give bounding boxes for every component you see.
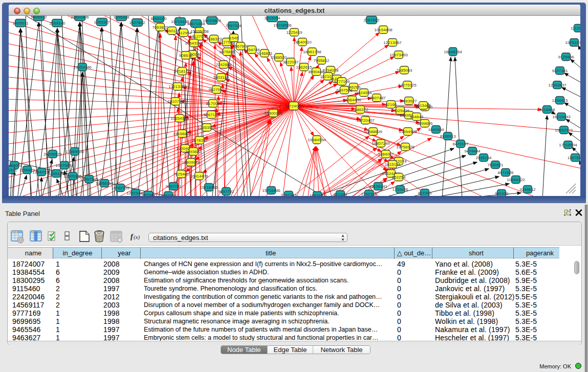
- svg-text:16782759: 16782759: [111, 186, 129, 190]
- svg-text:9384067: 9384067: [378, 152, 394, 157]
- svg-text:3578352: 3578352: [191, 138, 208, 143]
- svg-text:19958117: 19958117: [96, 181, 114, 186]
- svg-text:1588520: 1588520: [271, 55, 287, 60]
- svg-text:1112543: 1112543: [571, 26, 580, 31]
- svg-text:16961758: 16961758: [303, 50, 321, 54]
- svg-text:1640954: 1640954: [428, 127, 444, 132]
- svg-text:15136141: 15136141: [369, 184, 387, 189]
- svg-text:12093837: 12093837: [548, 83, 567, 87]
- svg-text:15751074: 15751074: [565, 40, 580, 45]
- svg-text:17359928: 17359928: [66, 149, 84, 154]
- svg-text:18724007: 18724007: [285, 104, 303, 108]
- svg-text:18127509: 18127509: [189, 34, 208, 39]
- svg-text:17018504: 17018504: [559, 143, 577, 147]
- svg-text:817006: 817006: [206, 101, 220, 106]
- svg-text:9146821: 9146821: [256, 51, 273, 56]
- svg-text:1546: 1546: [229, 36, 238, 40]
- svg-text:6794028: 6794028: [322, 68, 339, 73]
- svg-text:6966160: 6966160: [150, 16, 167, 21]
- svg-text:8938913: 8938913: [440, 134, 456, 139]
- svg-text:1405571: 1405571: [12, 21, 29, 26]
- svg-text:19384554: 19384554: [308, 138, 326, 142]
- svg-text:2718176: 2718176: [174, 69, 190, 74]
- svg-text:3267110: 3267110: [204, 113, 220, 117]
- svg-text:992450: 992450: [495, 191, 509, 196]
- svg-text:19218506: 19218506: [273, 23, 292, 28]
- svg-text:1733426: 1733426: [392, 187, 408, 192]
- svg-text:7485063: 7485063: [396, 68, 412, 73]
- svg-text:9905572: 9905572: [31, 16, 47, 19]
- svg-text:252254: 252254: [392, 175, 406, 180]
- svg-text:3813054: 3813054: [264, 16, 280, 20]
- svg-text:822343: 822343: [418, 191, 432, 195]
- svg-text:25300295: 25300295: [264, 111, 282, 116]
- svg-text:15716485: 15716485: [200, 185, 218, 190]
- svg-text:10973493: 10973493: [389, 53, 408, 57]
- svg-text:20691406: 20691406: [71, 16, 89, 19]
- svg-text:9777169: 9777169: [334, 79, 350, 84]
- svg-text:10975857: 10975857: [55, 163, 74, 168]
- svg-text:12275125: 12275125: [398, 83, 417, 87]
- svg-text:7955812: 7955812: [313, 58, 330, 63]
- svg-text:16210643: 16210643: [552, 115, 571, 119]
- svg-text:12505135: 12505135: [63, 174, 82, 179]
- svg-text:9245612: 9245612: [519, 187, 536, 192]
- svg-text:62160: 62160: [385, 102, 397, 107]
- svg-text:10654985: 10654985: [170, 116, 189, 121]
- svg-text:(x): (x): [134, 234, 140, 240]
- svg-text:982341: 982341: [142, 193, 156, 196]
- svg-text:1527602: 1527602: [129, 20, 145, 25]
- svg-text:908612: 908612: [179, 53, 193, 58]
- svg-text:1362615: 1362615: [296, 65, 312, 70]
- svg-text:3624554: 3624554: [356, 91, 372, 95]
- svg-text:1292345: 1292345: [361, 192, 377, 196]
- svg-text:9227341: 9227341: [552, 69, 568, 73]
- svg-text:15692971: 15692971: [555, 128, 573, 133]
- svg-text:3822037: 3822037: [282, 60, 299, 64]
- svg-text:2803144: 2803144: [213, 75, 229, 80]
- svg-text:10807487: 10807487: [367, 96, 386, 100]
- svg-text:9463627: 9463627: [401, 99, 417, 103]
- svg-text:3493822: 3493822: [185, 149, 202, 154]
- svg-text:9657792: 9657792: [218, 189, 234, 194]
- svg-text:1145134: 1145134: [49, 171, 64, 176]
- svg-text:1292343: 1292343: [280, 193, 297, 196]
- svg-text:12213363: 12213363: [168, 84, 187, 89]
- svg-text:1092344: 1092344: [160, 193, 177, 196]
- svg-text:9474444: 9474444: [464, 149, 481, 154]
- svg-text:8471626: 8471626: [497, 170, 514, 175]
- svg-text:3215958: 3215958: [539, 107, 555, 112]
- svg-text:15716486: 15716486: [262, 188, 280, 193]
- svg-text:954644: 954644: [410, 115, 424, 119]
- svg-text:1225419: 1225419: [286, 30, 302, 35]
- svg-text:9129966: 9129966: [558, 55, 574, 59]
- svg-text:19166825: 19166825: [173, 132, 191, 136]
- svg-text:15720407: 15720407: [356, 118, 375, 123]
- svg-text:18640910: 18640910: [293, 40, 312, 45]
- svg-text:29053346: 29053346: [73, 65, 92, 70]
- svg-text:2069140: 2069140: [49, 21, 66, 26]
- svg-text:1055328: 1055328: [113, 16, 129, 19]
- svg-text:1244415: 1244415: [552, 98, 568, 103]
- svg-text:18807249: 18807249: [372, 141, 390, 146]
- svg-text:10543362: 10543362: [185, 41, 203, 46]
- svg-text:26206576: 26206576: [43, 152, 62, 157]
- svg-text:2087662: 2087662: [363, 18, 380, 23]
- svg-text:6479197: 6479197: [452, 142, 469, 146]
- svg-text:1615112: 1615112: [385, 162, 401, 167]
- svg-text:3875685: 3875685: [219, 50, 235, 54]
- svg-text:991511: 991511: [9, 168, 17, 172]
- svg-text:12213967: 12213967: [383, 40, 402, 45]
- svg-text:7357224: 7357224: [225, 24, 242, 28]
- svg-text:1810755: 1810755: [167, 99, 184, 104]
- svg-text:16648764: 16648764: [444, 50, 462, 54]
- svg-text:7632621: 7632621: [487, 163, 504, 167]
- svg-text:18409948: 18409948: [182, 160, 200, 165]
- svg-text:6899695: 6899695: [417, 121, 433, 126]
- svg-text:7625402: 7625402: [173, 172, 189, 177]
- svg-text:6497568: 6497568: [336, 88, 353, 93]
- svg-text:10654122: 10654122: [507, 178, 525, 182]
- svg-text:2935134: 2935134: [475, 156, 492, 160]
- svg-text:10688609: 10688609: [364, 129, 382, 134]
- svg-text:2242848: 2242848: [215, 62, 232, 67]
